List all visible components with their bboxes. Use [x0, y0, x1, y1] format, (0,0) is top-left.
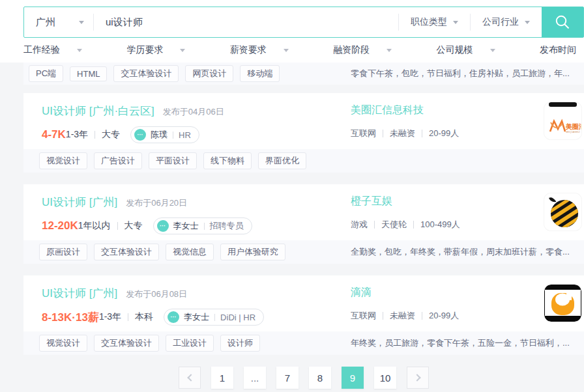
chevron-down-icon [453, 21, 458, 24]
search-button[interactable] [542, 7, 583, 37]
page-button-8[interactable]: 8 [309, 367, 331, 389]
tag-chip[interactable]: 广告设计 [94, 152, 142, 169]
salary: 12-20K [42, 219, 78, 232]
tag-chip[interactable]: 线下物料 [203, 152, 252, 169]
publish-date: 发布于06月08日 [126, 288, 187, 300]
chevron-down-icon [77, 49, 82, 52]
experience: 1-3年 [66, 129, 88, 141]
page-button-9-active[interactable]: 9 [342, 367, 364, 389]
job-card: UI设计师 [广州] 发布于06月20日 12-20K 1年以内 大专 李女士 … [23, 184, 584, 264]
experience: 1年以内 [78, 220, 111, 232]
job-card-main: UI设计师 [广州] 发布于06月08日 8-13K·13薪 1-3年 本科 李… [23, 275, 584, 331]
tag-chip[interactable]: 交互体验设计 [113, 65, 179, 82]
job-type-dropdown[interactable]: 职位类型 [399, 7, 470, 37]
tag-chip[interactable]: HTML [70, 66, 107, 81]
page-button-7[interactable]: 7 [276, 367, 299, 389]
job-title-link[interactable]: UI设计师 [广州] [42, 195, 117, 210]
job-card-tag-strip: 视觉设计 交互体验设计 工业设计 设计师 年终奖，员工旅游，零食下午茶，五险一金… [23, 331, 584, 355]
divider [413, 221, 414, 229]
filter-company-size[interactable]: 公司规模 [437, 44, 495, 56]
recruiter-name: 李女士 [173, 220, 199, 232]
chevron-left-icon [187, 374, 194, 381]
tag-chips: 视觉设计 交互体验设计 工业设计 设计师 [39, 335, 351, 352]
job-type-label: 职位类型 [411, 16, 447, 28]
tag-chip[interactable]: 用户体验研究 [220, 244, 285, 260]
filter-bar: 工作经验 学历要求 薪资要求 融资阶段 公司规模 发布时间 [0, 38, 584, 63]
divider [383, 312, 383, 320]
job-info: UI设计师 [广州] 发布于06月20日 12-20K 1年以内 大专 李女士 … [42, 195, 351, 235]
tag-chip[interactable]: 移动端 [240, 65, 280, 82]
tag-chip[interactable]: 网页设计 [185, 65, 233, 82]
company-size: 20-99人 [429, 128, 459, 139]
chevron-down-icon [180, 49, 185, 52]
recruiter-pill[interactable]: 李女士 招聘专员 [153, 217, 252, 234]
recruiter-pill[interactable]: 李女士 DiDi | HR [164, 309, 264, 326]
job-title-link[interactable]: UI设计师 [广州·白云区] [42, 104, 154, 119]
tag-chip[interactable]: 视觉信息 [166, 244, 214, 260]
tag-chip[interactable]: 原画设计 [39, 244, 87, 260]
company-link[interactable]: 美圈汇信息科技 [351, 104, 424, 115]
magnifier-icon [554, 14, 571, 31]
welfare-text: 零食下午茶，包吃，节日福利，住房补贴，员工旅游，年... [351, 68, 584, 79]
divider [95, 131, 95, 139]
page-button-1[interactable]: 1 [211, 367, 233, 389]
tag-chip[interactable]: 视觉设计 [39, 152, 87, 169]
tag-chip[interactable]: PC端 [29, 65, 63, 82]
filter-publish-time[interactable]: 发布时间 [540, 44, 576, 56]
education: 大专 [124, 220, 143, 232]
publish-date: 发布于06月20日 [126, 197, 187, 209]
filter-education[interactable]: 学历要求 [126, 44, 185, 56]
recruiter-name: 陈璞 [151, 129, 168, 141]
tag-chip[interactable]: 交互体验设计 [94, 335, 159, 352]
chengzi-company-logo[interactable] [544, 193, 581, 231]
company-industry: 游戏 [351, 219, 368, 231]
pagination: 1 ... 7 8 9 10 [23, 367, 584, 389]
tag-chip[interactable]: 交互体验设计 [94, 244, 159, 260]
tag-chips: 视觉设计 广告设计 平面设计 线下物料 界面优化 [39, 152, 351, 169]
page-button-10[interactable]: 10 [374, 367, 396, 389]
tag-chip[interactable]: 视觉设计 [39, 335, 87, 352]
salary: 8-13K·13薪 [42, 310, 99, 325]
job-card: UI设计师 [广州] 发布于06月08日 8-13K·13薪 1-3年 本科 李… [23, 275, 584, 355]
chevron-down-icon [387, 49, 392, 52]
recruiter-role: DiDi | HR [220, 313, 256, 322]
company-industry: 互联网 [351, 128, 376, 139]
recruiter-pill[interactable]: 陈璞 HR [130, 126, 199, 143]
city-select[interactable]: 广州 [24, 7, 93, 37]
job-title-link[interactable]: UI设计师 [广州] [42, 286, 117, 301]
tag-chip[interactable]: 工业设计 [166, 335, 214, 352]
meiquanhui-company-logo[interactable]: 美圈汇 MEIQUANHUI [544, 102, 581, 139]
job-card-tag-strip: 视觉设计 广告设计 平面设计 线下物料 界面优化 [23, 149, 584, 173]
recruiter-role: HR [179, 130, 191, 140]
tag-chip[interactable]: 界面优化 [258, 152, 306, 169]
filter-funding[interactable]: 融资阶段 [333, 44, 392, 56]
divider [422, 312, 422, 320]
tag-chips: 原画设计 交互体验设计 视觉信息 用户体验研究 [39, 244, 351, 260]
partial-card-tag-strip: PC端 HTML 交互体验设计 网页设计 移动端 零食下午茶，包吃，节日福利，住… [23, 63, 584, 85]
search-bar: 广州 职位类型 公司行业 [23, 7, 584, 38]
prev-page-button[interactable] [179, 367, 201, 389]
job-search-page: 广州 职位类型 公司行业 工 [0, 0, 584, 392]
tag-chips: PC端 HTML 交互体验设计 网页设计 移动端 [29, 65, 351, 82]
job-info: UI设计师 [广州] 发布于06月08日 8-13K·13薪 1-3年 本科 李… [42, 286, 351, 326]
company-funding: 天使轮 [381, 219, 407, 231]
search-input[interactable] [94, 7, 398, 37]
tag-chip[interactable]: 平面设计 [149, 152, 197, 169]
recruiter-role: 招聘专员 [210, 220, 244, 232]
company-funding: 未融资 [390, 128, 415, 139]
company-size: 20-99人 [429, 310, 459, 322]
filter-label: 发布时间 [540, 44, 576, 56]
company-link[interactable]: 滴滴 [351, 287, 372, 298]
chat-bubble-icon [157, 220, 169, 232]
filter-salary[interactable]: 薪资要求 [230, 44, 289, 56]
industry-dropdown[interactable]: 公司行业 [471, 7, 542, 37]
chevron-down-icon [490, 49, 495, 52]
company-link[interactable]: 橙子互娱 [351, 195, 392, 206]
filter-label: 学历要求 [126, 44, 163, 56]
filter-experience[interactable]: 工作经验 [23, 44, 82, 56]
tag-chip[interactable]: 设计师 [220, 335, 260, 352]
didi-company-logo[interactable] [544, 285, 581, 322]
filter-label: 公司规模 [437, 44, 473, 56]
next-page-button[interactable] [407, 367, 429, 389]
job-card-main: UI设计师 [广州] 发布于06月20日 12-20K 1年以内 大专 李女士 … [23, 184, 584, 240]
